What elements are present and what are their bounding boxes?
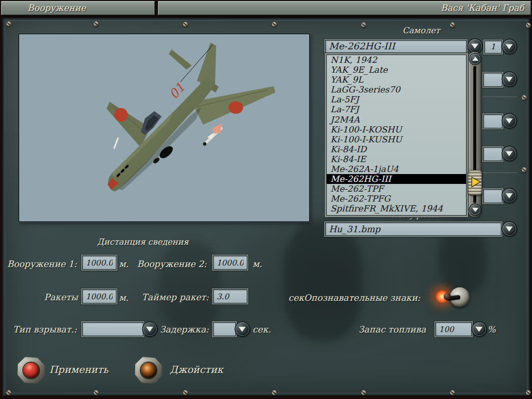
aircraft-list-item[interactable]: Me-262A-1jaU4 [327,164,466,174]
aircraft-list-item[interactable]: La-5FJ [327,95,466,104]
aircraft-dropdown-list[interactable]: N1K, 1942YAK_9E_LateYAK_9LLaGG-3series70… [326,55,467,216]
panel-screw [522,95,527,100]
aircraft-list-item[interactable]: Me-262-TPFG [327,194,466,204]
delay-unit: сек. [252,324,271,335]
skin-dropdown-button[interactable] [502,222,516,236]
panel-screw [272,22,277,27]
svg-text:01: 01 [166,80,188,101]
section-divider [482,172,517,174]
aircraft-list-item[interactable]: SpitfireFR_MkXIVE, 1944 [327,204,466,214]
panel-screw [361,22,366,28]
delay-field[interactable] [213,322,236,336]
apply-button-label[interactable]: Применить [49,364,109,375]
hidden-field-spinner[interactable] [502,114,516,128]
panel-screw [272,390,277,395]
mouse-cursor [471,176,482,189]
toggle-knob[interactable] [444,293,451,300]
weapon2-label: Вооружение 2: [130,259,207,269]
panel-screw [450,22,455,28]
aircraft-count-field[interactable]: 1 [484,41,502,54]
aircraft-render-me262hg3: 01 [19,34,309,221]
delay-spinner[interactable] [235,322,249,336]
panel-screw [361,390,366,395]
aircraft-combo[interactable]: Me-262HG-III [325,40,467,53]
aircraft-list-item[interactable]: YAK_9E_Late [327,65,466,75]
delay-label: Задержка: [130,324,209,335]
panel-screw [183,22,188,27]
weapon2-input[interactable] [213,256,247,270]
fuel-unit: % [487,324,496,335]
aircraft-list-item[interactable]: N1K, 1942 [327,55,466,65]
joystick-button-label[interactable]: Джойстик [170,364,223,375]
fuel-spinner[interactable] [472,322,486,336]
panel-screw [6,390,11,395]
scroll-up-button[interactable] [470,54,481,64]
hidden-field-fragment[interactable] [483,147,502,161]
weapon1-input[interactable] [82,256,116,270]
weapon1-label: Вооружение 1: [0,259,77,269]
apply-button-cap[interactable] [23,363,39,378]
aircraft-list-item[interactable]: Ki-84-ID [327,144,466,154]
hidden-field-fragment[interactable] [483,189,502,203]
hidden-field-fragment[interactable] [483,73,502,87]
section-divider [482,97,517,98]
rocket-timer-input[interactable] [213,289,247,303]
markings-toggle[interactable] [434,285,476,309]
hidden-field-spinner[interactable] [502,189,516,203]
panel-screw [94,21,99,26]
background-smudge [159,242,221,330]
scroll-down-button[interactable] [470,204,481,215]
aircraft-list-item[interactable]: Ki-100-I-KOSHU [327,125,466,135]
rockets-label: Ракеты [0,292,78,302]
aircraft-list-item[interactable]: LaGG-3series70 [327,85,466,95]
convergence-title: Дистанция сведения [78,237,208,247]
aircraft-combo-dropdown-button[interactable] [468,39,482,53]
fuel-label: Запас топлива [358,324,426,335]
rocket-timer-unit: сек [288,292,304,303]
panel-screw [526,23,531,28]
panel-screw [522,167,527,172]
rockets-input[interactable] [82,289,116,303]
aircraft-list-item[interactable]: Me-262HG-III [327,174,466,184]
aircraft-list-item[interactable]: Ki-100-I-KUSHU [327,135,466,144]
rocket-timer-label: Таймер ракет: [130,292,209,302]
pilot-name: Вася 'Кабан' Граб [158,1,531,15]
aircraft-count-spinner[interactable] [502,39,516,54]
panel-screw [450,390,455,395]
panel-screw [6,21,11,26]
weapon2-unit: м. [252,259,262,269]
skin-file-field[interactable]: Hu_31.bmp [325,222,501,236]
fuel-input[interactable] [435,322,472,336]
aircraft-list-item[interactable]: J2M4A [327,115,466,125]
panel-screw [94,390,99,395]
panel-screw [183,390,188,395]
aircraft-list-item[interactable]: Ki-84-IE [327,154,466,164]
background-smudge [284,221,362,341]
aircraft-list-item[interactable]: Me-262-TPF [327,184,466,194]
weapon1-unit: м. [119,259,129,269]
hidden-field-spinner[interactable] [502,72,516,86]
markings-label: Опознавательные знаки: [304,292,420,303]
aircraft-list-item[interactable]: YAK_9L [327,75,466,85]
screen-tab-armament[interactable]: Вооружение [1,1,155,15]
aircraft-preview: 01 [18,33,310,222]
rockets-unit: м. [119,292,129,303]
aircraft-list-item[interactable]: La-7FJ [327,104,466,114]
hidden-field-fragment[interactable] [483,114,502,128]
hidden-field-spinner[interactable] [502,147,516,161]
panel-screw [526,390,531,395]
joystick-button-cap[interactable] [141,363,156,378]
fuse-type-label: Тип взрыват.: [0,324,77,335]
